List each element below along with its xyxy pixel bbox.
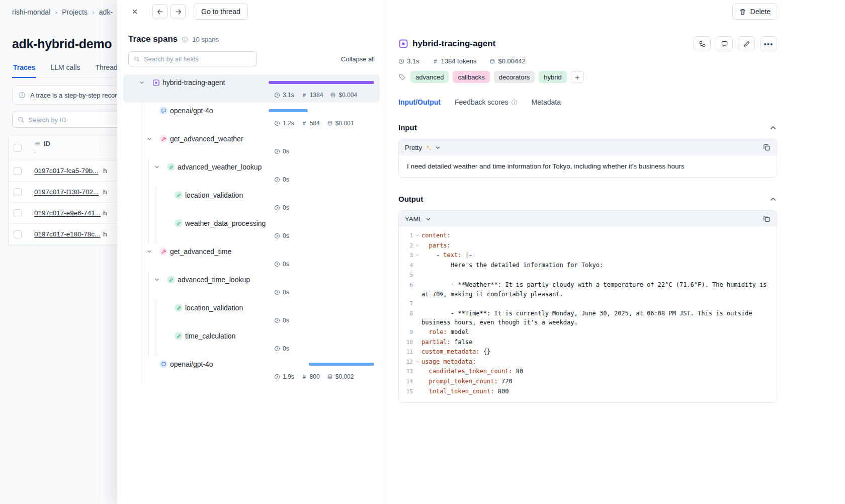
breadcrumb-item-projects[interactable]: Projects [62, 8, 88, 16]
span-expand-toggle[interactable] [137, 78, 146, 87]
tag-decorators[interactable]: decorators [494, 71, 535, 83]
chain-icon [175, 219, 183, 227]
tab-input-output[interactable]: Input/Output [398, 98, 441, 106]
code-line: 10partial: false [402, 338, 771, 348]
trace-id-link[interactable]: 0197c017-e9e6-741... [34, 209, 103, 217]
clock-icon [274, 346, 280, 352]
go-to-thread-button[interactable]: Go to thread [194, 4, 248, 20]
line-number: 13 [402, 367, 413, 377]
page-title: adk-hybrid-demo [12, 37, 112, 51]
span-row[interactable]: openai/gpt-4o1.2s#584$0.001 [123, 103, 380, 131]
copy-output-button[interactable] [763, 215, 771, 223]
line-number: 9 [402, 327, 413, 338]
tag-icon [398, 73, 406, 81]
code-text [421, 299, 771, 309]
fold-spacer [413, 387, 421, 397]
input-format-label: Pretty [405, 144, 422, 151]
copy-input-button[interactable] [763, 143, 771, 151]
span-row[interactable]: get_advanced_time0s [123, 243, 380, 272]
code-text: custom_metadata: {} [421, 347, 771, 357]
row-checkbox[interactable] [14, 209, 22, 217]
tab-feedback-scores[interactable]: Feedback scores [455, 98, 518, 106]
span-name: get_advanced_time [170, 247, 231, 256]
row-checkbox[interactable] [14, 230, 22, 238]
span-row[interactable]: get_advanced_weather0s [123, 131, 380, 159]
more-actions-button[interactable]: ••• [760, 36, 777, 51]
fold-spacer [413, 299, 421, 309]
trace-id-link[interactable]: 0197c017-e180-78c... [34, 230, 103, 238]
spans-graph-button[interactable] [694, 36, 711, 51]
collapse-input-button[interactable] [769, 124, 777, 132]
line-number: 3 [402, 250, 413, 261]
input-format-select[interactable]: Pretty [405, 144, 441, 151]
tab-thread[interactable]: Thread [95, 61, 119, 77]
fold-toggle[interactable] [413, 357, 421, 367]
fold-spacer [413, 309, 421, 327]
select-all-checkbox[interactable] [14, 144, 22, 152]
close-icon [131, 8, 138, 15]
span-expand-toggle[interactable] [145, 134, 154, 143]
chevron-spacer [145, 360, 154, 369]
span-row[interactable]: time_calculation0s [123, 328, 380, 356]
span-expand-toggle[interactable] [145, 247, 154, 256]
span-row[interactable]: weather_data_processing0s [123, 215, 380, 243]
chevron-spacer [160, 219, 169, 228]
prev-trace-button[interactable] [152, 4, 167, 19]
line-number: 15 [402, 387, 413, 397]
next-trace-button[interactable] [171, 4, 186, 19]
trace-spans-toolbar: Collapse all [117, 44, 386, 66]
id-column-header[interactable]: ID - [34, 140, 103, 155]
tab-traces[interactable]: Traces [12, 61, 36, 78]
code-line: 12usage_metadata: [402, 357, 771, 367]
agent-icon [398, 39, 408, 49]
tab-llm-calls[interactable]: LLM calls [49, 61, 81, 77]
chain-icon [167, 276, 175, 284]
tag-advanced[interactable]: advanced [410, 71, 449, 83]
delete-trace-button[interactable]: Delete [732, 4, 777, 20]
add-tag-button[interactable]: + [571, 71, 584, 83]
clock-icon [274, 120, 280, 126]
annotate-button[interactable] [738, 36, 755, 51]
span-tokens: 1384 [310, 92, 323, 99]
collapse-output-button[interactable] [769, 195, 777, 203]
fold-toggle[interactable] [413, 241, 421, 251]
span-row[interactable]: location_validation0s [123, 300, 380, 328]
tokens-icon: # [301, 120, 307, 126]
clock-icon [274, 148, 280, 154]
span-row[interactable]: advanced_weather_lookup0s [123, 159, 380, 187]
span-name: weather_data_processing [185, 219, 266, 227]
collapse-all-button[interactable]: Collapse all [341, 55, 375, 63]
clock-icon [274, 92, 280, 98]
chevron-spacer [160, 331, 169, 341]
tag-callbacks[interactable]: callbacks [453, 71, 489, 83]
span-duration: 0s [283, 317, 289, 324]
span-search-field[interactable] [128, 51, 257, 66]
breadcrumb-item-rishi-mondal[interactable]: rishi-mondal [12, 8, 50, 16]
span-row[interactable]: openai/gpt-4o1.9s#800$0.002 [123, 356, 380, 384]
span-row[interactable]: location_validation0s [123, 187, 380, 215]
trace-id-link[interactable]: 0197c017-f130-702... [34, 188, 103, 196]
span-duration: 0s [283, 204, 289, 211]
row-checkbox[interactable] [14, 188, 22, 196]
trace-id-link[interactable]: 0197c017-fca5-79b... [34, 167, 103, 175]
fold-toggle[interactable] [413, 250, 421, 261]
row-checkbox[interactable] [14, 167, 22, 175]
span-row[interactable]: advanced_time_lookup0s [123, 272, 380, 300]
tab-metadata[interactable]: Metadata [532, 98, 561, 106]
tag-hybrid[interactable]: hybrid [539, 71, 566, 83]
fold-toggle[interactable] [413, 231, 421, 241]
clock-icon [274, 374, 280, 380]
span-search-input[interactable] [144, 55, 251, 63]
close-drawer-button[interactable] [127, 4, 142, 19]
output-format-select[interactable]: YAML [405, 215, 432, 223]
code-block: 1content:2 parts:3 - text: |-4 Here's th… [399, 227, 777, 402]
span-expand-toggle[interactable] [152, 275, 161, 284]
span-row[interactable]: hybrid-tracing-agent3.1s#1384$0.004 [123, 74, 380, 103]
line-number: 7 [402, 299, 413, 309]
info-icon [19, 92, 26, 99]
code-text: - **Weather**: It is partly cloudy with … [421, 280, 771, 299]
span-expand-toggle[interactable] [152, 162, 161, 172]
info-icon [182, 36, 188, 43]
breadcrumb-item-adk[interactable]: adk- [99, 8, 113, 16]
add-comment-button[interactable] [716, 36, 733, 51]
